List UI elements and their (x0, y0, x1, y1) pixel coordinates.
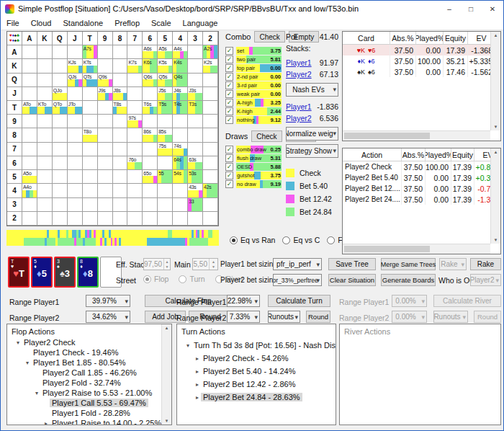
matrix-cell-K6s[interactable]: K6s (143, 59, 158, 73)
matrix-cell-QTo[interactable]: QTo (53, 101, 68, 115)
matrix-cell-empty[interactable] (22, 59, 37, 73)
matrix-cell-empty[interactable] (98, 212, 113, 226)
menu-file[interactable]: File (1, 19, 25, 27)
combo-checkbox-A-high[interactable]: ✓ (225, 99, 233, 107)
tree-item[interactable]: ▸Player2 Bet 12.42 - 2.86% (177, 378, 336, 391)
matrix-cell-empty[interactable] (188, 128, 203, 142)
tree-item[interactable]: ▸Player2 Bet 5.40 - 14.24% (177, 365, 336, 378)
matrix-cell-K4s[interactable]: K4s (173, 59, 188, 73)
matrix-cell-empty[interactable] (113, 128, 128, 142)
table-row[interactable]: Player2 Check37.50100.0017.39+0.847 (343, 161, 500, 172)
matrix-cell-empty[interactable] (68, 156, 83, 170)
matrix-cell-empty[interactable] (188, 143, 203, 156)
combo-checkbox-3-rd-pair[interactable]: ✓ (225, 81, 233, 89)
matrix-cell-empty[interactable] (203, 101, 218, 115)
chevron-right-icon[interactable]: ▸ (194, 394, 201, 401)
matrix-cell-empty[interactable] (98, 101, 113, 115)
matrix-cell-empty[interactable] (83, 101, 98, 115)
table-row[interactable]: Player2 Bet 24....37.500.0017.39-1.368 (343, 194, 500, 205)
matrix-cell-K2s[interactable]: K2s (203, 59, 218, 73)
matrix-cell-empty[interactable] (113, 212, 128, 226)
matrix-cell-A5s[interactable]: A5s (158, 45, 173, 59)
matrix-cell-empty[interactable] (37, 198, 53, 212)
combo-checkbox-weak-pair[interactable]: ✓ (225, 90, 233, 98)
combo-check-button[interactable]: Check (254, 31, 284, 43)
matrix-cell-empty[interactable] (98, 59, 113, 73)
matrix-cell-KTo[interactable]: KTo (37, 101, 53, 115)
matrix-cell-Q4s[interactable]: Q4s (173, 74, 188, 87)
column-header-abs-[interactable]: Abs.% (402, 148, 426, 161)
draw-checkbox-OESD[interactable]: ✓ (225, 163, 233, 171)
matrix-cell-empty[interactable] (113, 184, 128, 197)
matrix-cell-T6s[interactable]: T6s (143, 101, 158, 115)
matrix-cell-empty[interactable] (68, 184, 83, 197)
matrix-cell-74s[interactable]: 74s (173, 143, 188, 156)
table-row[interactable]: ♠K♠637.500.0017.46-1.562 (343, 66, 500, 77)
matrix-cell-53s[interactable]: 53s (188, 170, 203, 184)
matrix-cell-empty[interactable] (37, 170, 53, 184)
tree-item[interactable]: Player1 Call 5.53 - 69.47% (7, 398, 171, 408)
matrix-cell-empty[interactable] (143, 212, 158, 226)
column-header-equity[interactable]: Equity (444, 32, 468, 44)
matrix-cell-empty[interactable] (143, 143, 158, 156)
draw-checkbox-no-draw[interactable]: ✓ (225, 180, 233, 188)
matrix-cell-empty[interactable] (68, 45, 83, 59)
chevron-down-icon[interactable]: ▾ (14, 339, 22, 346)
matrix-cell-empty[interactable] (37, 115, 53, 128)
player2-link[interactable]: Player2 (286, 70, 312, 79)
matrix-cell-empty[interactable] (127, 45, 143, 59)
matrix-cell-empty[interactable] (143, 156, 158, 170)
draw-checkbox-gutshot[interactable]: ✓ (225, 172, 233, 179)
runouts-turn-dropdown[interactable]: Runouts (268, 311, 300, 323)
matrix-cell-KTs[interactable]: KTs (83, 59, 98, 73)
matrix-cell-empty[interactable] (22, 115, 37, 128)
matrix-cell-empty[interactable] (188, 115, 203, 128)
matrix-cell-empty[interactable] (98, 143, 113, 156)
matrix-cell-A4o[interactable]: A4o (22, 184, 37, 197)
matrix-cell-T3s[interactable]: T3s (188, 101, 203, 115)
round-turn-button[interactable]: Round (306, 311, 330, 323)
matrix-cell-empty[interactable] (127, 143, 143, 156)
matrix-cell-empty[interactable] (68, 128, 83, 142)
matrix-cell-T4s[interactable]: T4s (173, 101, 188, 115)
board-card-8♦[interactable]: 8♦♦8 (77, 257, 99, 288)
matrix-cell-empty[interactable] (37, 156, 53, 170)
matrix-cell-empty[interactable] (53, 128, 68, 142)
draws-check-button[interactable]: Check (251, 130, 282, 142)
matrix-cell-85s[interactable]: 85s (158, 128, 173, 142)
combo-checkbox-two-pair[interactable]: ✓ (225, 55, 233, 63)
matrix-cell-empty[interactable] (98, 128, 113, 142)
vertical-scrollbar[interactable]: ▲▼ (490, 32, 500, 130)
matrix-cell-empty[interactable] (127, 128, 143, 142)
table-row[interactable]: ♥K♥637.500.0017.39-1.368 (343, 45, 500, 55)
matrix-cell-empty[interactable] (188, 74, 203, 87)
matrix-cell-empty[interactable] (173, 184, 188, 197)
matrix-cell-empty[interactable] (68, 87, 83, 101)
matrix-cell-K7s[interactable]: K7s (127, 59, 143, 73)
matrix-cell-86s[interactable]: 86s (143, 128, 158, 142)
matrix-cell-empty[interactable] (68, 143, 83, 156)
matrix-cell-empty[interactable] (143, 184, 158, 197)
matrix-cell-KJs[interactable]: KJs (68, 59, 83, 73)
matrix-cell-65o[interactable]: 65o (143, 170, 158, 184)
calculate-turn-button[interactable]: Calculate Turn (268, 295, 330, 307)
matrix-cell-empty[interactable] (53, 156, 68, 170)
ev-mode-dropdown[interactable]: Nash EVs (286, 83, 338, 97)
matrix-cell-empty[interactable] (98, 45, 113, 59)
matrix-cell-QTs[interactable]: QTs (83, 74, 98, 87)
matrix-cell-76o[interactable]: 76o (127, 156, 143, 170)
tree-item[interactable]: Player2 Fold - 32.74% (7, 378, 171, 388)
matrix-cell-empty[interactable] (203, 74, 218, 87)
matrix-cell-empty[interactable] (127, 170, 143, 184)
matrix-cell-empty[interactable] (22, 156, 37, 170)
matrix-cell-empty[interactable] (173, 212, 188, 226)
matrix-cell-empty[interactable] (203, 87, 218, 101)
normalize-dropdown[interactable]: Normalize weig (286, 127, 338, 141)
matrix-cell-empty[interactable] (113, 74, 128, 87)
matrix-cell-empty[interactable] (143, 87, 158, 101)
draw-checkbox-combo-draw[interactable]: ✓ (225, 146, 233, 154)
player1-link[interactable]: Player1 (286, 58, 312, 67)
matrix-cell-empty[interactable] (127, 184, 143, 197)
matrix-cell-empty[interactable] (158, 198, 173, 212)
matrix-cell-empty[interactable] (203, 170, 218, 184)
